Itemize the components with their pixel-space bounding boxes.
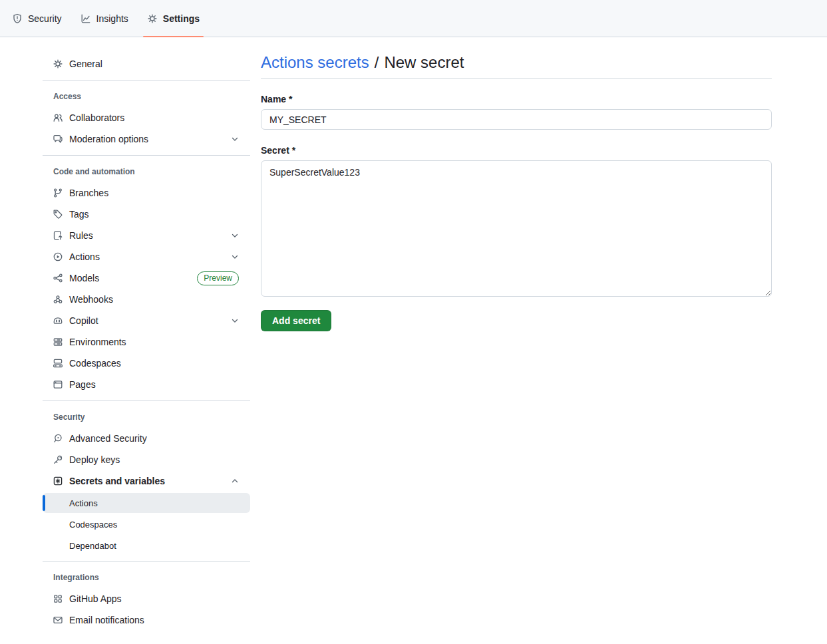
sidebar-item-label: General <box>69 59 240 69</box>
tab-insights[interactable]: Insights <box>74 0 135 37</box>
divider <box>43 561 250 562</box>
git-branch-icon <box>53 188 63 198</box>
play-icon <box>53 251 63 262</box>
sidebar-item-label: Pages <box>69 379 240 390</box>
sidebar-item-rules[interactable]: Rules <box>43 225 250 246</box>
sidebar-item-pages[interactable]: Pages <box>43 374 250 395</box>
sidebar-item-label: Actions <box>69 251 224 262</box>
section-header-code-and-automation: Code and automation <box>43 161 250 182</box>
new-secret-form: Name * Secret * SuperSecretValue123 Add … <box>261 94 772 331</box>
settings-sidebar: General Access Collaborators <box>43 37 250 644</box>
divider <box>43 155 250 156</box>
main-content: Actions secrets / New secret Name * Secr… <box>261 37 772 644</box>
tab-label: Settings <box>163 13 200 24</box>
sidebar-subitem-codespaces[interactable]: Codespaces <box>43 514 250 534</box>
sidebar-item-tags[interactable]: Tags <box>43 204 250 225</box>
shield-icon <box>12 13 23 24</box>
people-icon <box>53 112 63 123</box>
codespaces-icon <box>53 358 63 369</box>
sidebar-item-label: Tags <box>69 209 240 220</box>
preview-badge: Preview <box>197 271 239 285</box>
sidebar-item-label: Copilot <box>69 315 224 326</box>
repo-push-icon <box>53 230 63 241</box>
sidebar-item-label: Moderation options <box>69 134 224 144</box>
chevron-down-icon <box>230 134 240 144</box>
tab-security[interactable]: Security <box>5 0 69 37</box>
sidebar-item-actions[interactable]: Actions <box>43 246 250 267</box>
tab-label: Insights <box>96 13 128 24</box>
sidebar-item-models[interactable]: Models Preview <box>43 267 250 289</box>
webhook-icon <box>53 294 63 305</box>
sidebar-item-collaborators[interactable]: Collaborators <box>43 107 250 128</box>
sidebar-item-label: Secrets and variables <box>69 476 224 486</box>
repo-tab-bar: Security Insights Settings <box>0 0 827 37</box>
sidebar-subitem-label: Actions <box>69 498 98 508</box>
add-secret-button[interactable]: Add secret <box>261 310 331 331</box>
sidebar-item-copilot[interactable]: Copilot <box>43 310 250 331</box>
chevron-down-icon <box>230 315 240 326</box>
sidebar-subitem-label: Dependabot <box>69 541 116 551</box>
breadcrumb-link-actions-secrets[interactable]: Actions secrets <box>261 53 369 72</box>
mail-icon <box>53 615 63 625</box>
sidebar-item-label: Branches <box>69 188 240 198</box>
sidebar-item-label: Deploy keys <box>69 454 240 465</box>
secret-asterisk-icon <box>53 476 63 486</box>
sidebar-subitem-dependabot[interactable]: Dependabot <box>43 536 250 556</box>
server-icon <box>53 337 63 347</box>
sidebar-item-general[interactable]: General <box>43 53 250 75</box>
section-header-integrations: Integrations <box>43 567 250 588</box>
key-icon <box>53 454 63 465</box>
sidebar-item-webhooks[interactable]: Webhooks <box>43 289 250 310</box>
tab-settings[interactable]: Settings <box>140 0 206 37</box>
sidebar-item-advanced-security[interactable]: Advanced Security <box>43 428 250 449</box>
sidebar-subitem-actions[interactable]: Actions <box>43 493 250 513</box>
secret-label: Secret * <box>261 145 772 156</box>
gear-icon <box>53 59 63 69</box>
chevron-up-icon <box>230 476 240 486</box>
sidebar-item-branches[interactable]: Branches <box>43 182 250 204</box>
secret-name-input[interactable] <box>261 109 772 130</box>
sidebar-item-moderation-options[interactable]: Moderation options <box>43 128 250 150</box>
breadcrumb: Actions secrets / New secret <box>261 53 772 79</box>
sidebar-item-label: GitHub Apps <box>69 593 240 604</box>
sidebar-item-label: Collaborators <box>69 112 240 123</box>
sidebar-item-label: Models <box>69 273 191 283</box>
divider <box>43 401 250 401</box>
gear-icon <box>147 13 158 24</box>
page-title: New secret <box>384 53 464 72</box>
sidebar-item-secrets-and-variables[interactable]: Secrets and variables <box>43 470 250 492</box>
copilot-icon <box>53 315 63 326</box>
secret-value-textarea[interactable]: SuperSecretValue123 <box>261 160 772 297</box>
chevron-down-icon <box>230 251 240 262</box>
sidebar-item-codespaces[interactable]: Codespaces <box>43 353 250 374</box>
sidebar-subitem-label: Codespaces <box>69 520 117 530</box>
sidebar-item-label: Email notifications <box>69 615 240 625</box>
sidebar-item-label: Environments <box>69 337 240 347</box>
browser-icon <box>53 379 63 390</box>
tab-label: Security <box>28 13 62 24</box>
apps-grid-icon <box>53 593 63 604</box>
divider <box>43 80 250 80</box>
graph-icon <box>81 13 91 24</box>
sidebar-item-deploy-keys[interactable]: Deploy keys <box>43 449 250 470</box>
code-scan-icon <box>53 433 63 444</box>
workflow-icon <box>53 273 63 283</box>
sidebar-item-email-notifications[interactable]: Email notifications <box>43 609 250 631</box>
breadcrumb-separator: / <box>375 53 379 72</box>
section-header-access: Access <box>43 86 250 107</box>
sidebar-item-environments[interactable]: Environments <box>43 331 250 353</box>
sidebar-item-github-apps[interactable]: GitHub Apps <box>43 588 250 609</box>
sidebar-item-label: Advanced Security <box>69 433 240 444</box>
chevron-down-icon <box>230 230 240 241</box>
comment-discussion-icon <box>53 134 63 144</box>
section-header-security: Security <box>43 406 250 428</box>
tag-icon <box>53 209 63 220</box>
sidebar-item-label: Rules <box>69 230 224 241</box>
sidebar-item-label: Codespaces <box>69 358 240 369</box>
sidebar-item-label: Webhooks <box>69 294 240 305</box>
name-label: Name * <box>261 94 772 104</box>
